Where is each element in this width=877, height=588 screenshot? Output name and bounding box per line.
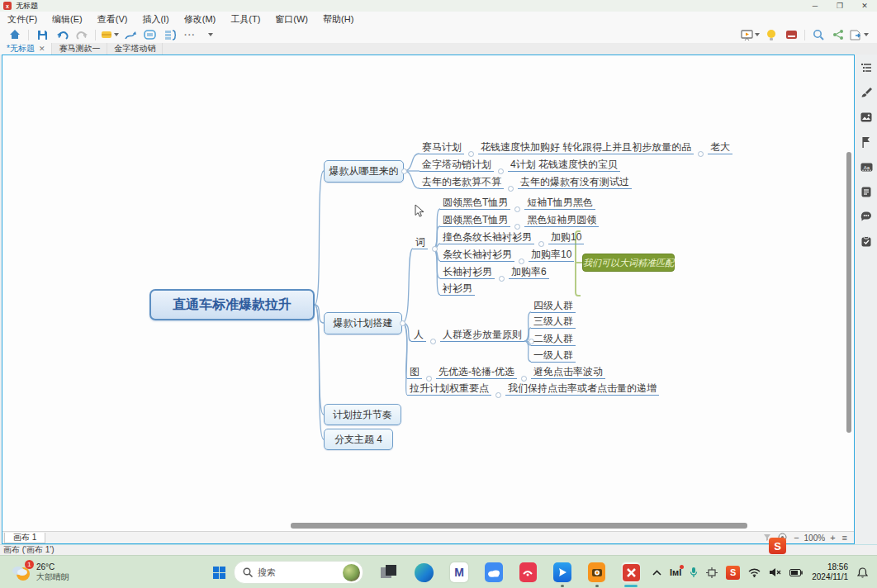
notes-panel-button[interactable] <box>860 185 873 198</box>
restore-button[interactable]: ❐ <box>827 0 852 12</box>
zoom-out-button[interactable]: − <box>790 533 802 543</box>
topic-branch-4[interactable]: 分支主题 4 <box>324 429 393 450</box>
xmind-app-button[interactable] <box>622 562 640 582</box>
collapse-dot[interactable] <box>401 168 407 174</box>
tray-volume-muted[interactable] <box>769 567 781 577</box>
cloud-drive-app-button[interactable] <box>485 562 503 582</box>
map-topic[interactable]: 拉升计划权重要点 <box>407 382 491 396</box>
tab-jinzita-dongxiao[interactable]: 金字塔动销 <box>107 43 163 55</box>
map-topic[interactable]: 四级人群 <box>531 300 576 313</box>
start-button[interactable] <box>211 563 227 581</box>
collapse-dot[interactable] <box>538 241 544 247</box>
map-topic[interactable]: 三级人群 <box>531 315 576 329</box>
map-topic[interactable]: 圆领黑色T恤男 <box>440 197 510 210</box>
home-button[interactable] <box>5 27 25 42</box>
map-topic[interactable]: 短袖T恤男黑色 <box>524 197 595 210</box>
export-button[interactable] <box>848 27 870 42</box>
red-app-button[interactable] <box>519 562 538 582</box>
label-panel-button[interactable]: Aa <box>860 160 873 173</box>
map-topic[interactable]: 人群逐步放量原则 <box>440 329 524 342</box>
tray-battery[interactable] <box>789 569 803 576</box>
format-panel-button[interactable] <box>860 86 873 99</box>
taskbar-search[interactable]: 搜索 <box>234 561 363 584</box>
map-topic[interactable]: 黑色短袖男圆领 <box>524 214 599 227</box>
collapse-dot[interactable] <box>508 186 514 192</box>
tray-snip-tool[interactable] <box>706 567 718 578</box>
outline-panel-button[interactable] <box>860 61 873 74</box>
close-tab-icon[interactable]: ✕ <box>39 45 45 53</box>
map-topic[interactable]: 赛马计划 <box>420 141 464 154</box>
map-topic[interactable]: 词 <box>413 236 428 249</box>
player-app-button[interactable] <box>553 562 571 582</box>
minimize-button[interactable]: ─ <box>803 0 827 12</box>
task-panel-button[interactable] <box>860 235 873 248</box>
map-topic[interactable]: 衬衫男 <box>440 282 475 296</box>
mindmap-canvas[interactable]: 直通车标准爆款拉升爆款从哪里来的爆款计划搭建计划拉升节奏分支主题 4赛马计划花钱… <box>2 55 854 532</box>
notification-button[interactable] <box>857 567 868 578</box>
comment-panel-button[interactable] <box>860 210 873 223</box>
map-topic[interactable]: 加购率6 <box>509 266 549 279</box>
edge-app-button[interactable] <box>415 562 434 582</box>
map-topic[interactable]: 圆领黑色T恤男 <box>440 214 510 227</box>
menu-file[interactable]: 文件(F) <box>0 12 45 26</box>
map-topic[interactable]: 去年的老款算不算 <box>420 176 504 189</box>
menu-view[interactable]: 查看(V) <box>90 12 135 26</box>
map-topic[interactable]: 人 <box>411 329 426 342</box>
horizontal-scrollbar[interactable] <box>291 523 747 529</box>
save-button[interactable] <box>32 27 52 42</box>
summary-callout[interactable]: 我们可以大词精准匹配 <box>582 254 675 272</box>
map-topic[interactable]: 金字塔动销计划 <box>420 159 494 172</box>
menu-edit[interactable]: 编辑(E) <box>45 12 90 26</box>
capture-app-button[interactable] <box>588 562 606 582</box>
map-topic[interactable]: 避免点击率波动 <box>531 366 605 379</box>
collapse-dot[interactable] <box>521 376 527 382</box>
map-topic[interactable]: 撞色条纹长袖衬衫男 <box>440 231 534 244</box>
topic-where-hits-come-from[interactable]: 爆款从哪里来的 <box>324 160 404 183</box>
mindmaster-app-button[interactable]: M <box>450 562 468 582</box>
collapse-dot[interactable] <box>468 151 474 157</box>
style-button[interactable] <box>99 27 121 42</box>
collapse-dot[interactable] <box>499 276 505 282</box>
tab-untitled[interactable]: *无标题✕ <box>0 43 52 55</box>
zoom-in-button[interactable]: + <box>827 533 838 543</box>
map-topic[interactable]: 花钱速度快加购好 转化跟得上并且初步放量的品 <box>478 141 694 154</box>
summary-button[interactable] <box>160 27 180 42</box>
share-button[interactable] <box>828 27 848 42</box>
map-topic[interactable]: 去年的爆款有没有测试过 <box>518 176 632 189</box>
topic-plan-setup[interactable]: 爆款计划搭建 <box>324 312 402 334</box>
tray-microphone[interactable] <box>690 567 698 578</box>
more-tools-button[interactable]: ··· <box>180 27 200 42</box>
idea-button[interactable] <box>761 27 781 42</box>
topic-ramp-rhythm[interactable]: 计划拉升节奏 <box>324 404 401 425</box>
marker-panel-button[interactable] <box>860 135 873 149</box>
map-topic[interactable]: 我们保持点击率或者点击量的递增 <box>505 382 659 396</box>
relationship-button[interactable] <box>121 27 140 42</box>
taskview-app-button[interactable] <box>380 562 398 582</box>
toolbar-expand-button[interactable] <box>200 27 220 42</box>
map-topic[interactable]: 4计划 花钱速度快的宝贝 <box>508 159 620 172</box>
map-topic[interactable]: 长袖衬衫男 <box>440 266 495 279</box>
menu-tools[interactable]: 工具(T) <box>223 12 268 26</box>
collapse-dot[interactable] <box>498 168 504 174</box>
presentation-button[interactable] <box>739 27 761 42</box>
tab-saima-cekuan[interactable]: 赛马测款一 <box>52 43 107 55</box>
map-topic[interactable]: 条纹长袖衬衫男 <box>440 249 514 262</box>
weather-widget[interactable]: 1 26°C 大部晴朗 <box>10 562 211 582</box>
map-topic[interactable]: 先优选-轮播-优选 <box>436 366 517 379</box>
map-topic[interactable]: 加购率10 <box>529 249 574 262</box>
collapse-dot[interactable] <box>426 376 432 382</box>
collapse-dot[interactable] <box>519 258 524 264</box>
tray-expand-button[interactable] <box>652 570 661 576</box>
map-topic[interactable]: 加购10 <box>548 231 584 244</box>
map-topic[interactable]: 老大 <box>708 141 732 154</box>
sheet-tab-canvas1[interactable]: 画布 1 <box>4 533 45 543</box>
central-topic[interactable]: 直通车标准爆款拉升 <box>149 289 315 320</box>
boundary-button[interactable] <box>140 27 160 42</box>
search-button[interactable] <box>808 27 828 42</box>
tray-sogou[interactable]: S <box>726 566 740 580</box>
redo-button[interactable] <box>72 27 92 42</box>
image-panel-button[interactable] <box>860 111 873 124</box>
collapse-dot[interactable] <box>495 392 501 398</box>
close-button[interactable]: ✕ <box>852 0 877 12</box>
collapse-dot[interactable] <box>430 339 436 344</box>
